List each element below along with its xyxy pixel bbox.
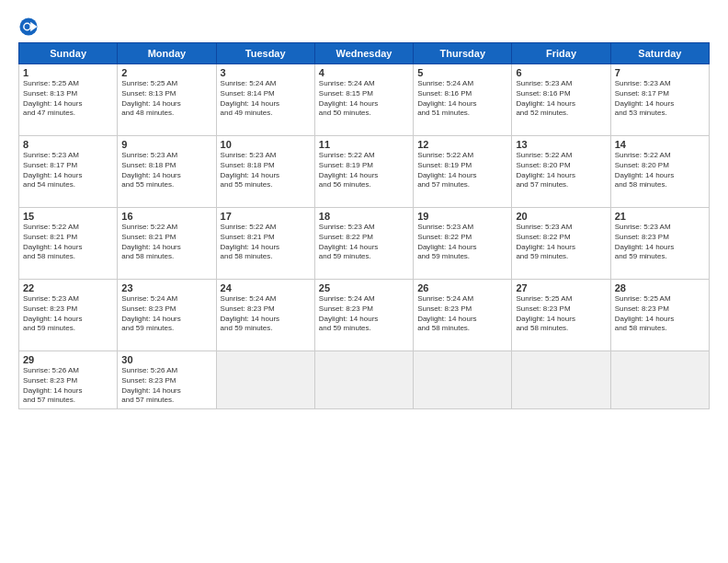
day-info: Sunrise: 5:26 AM Sunset: 8:23 PM Dayligh…: [121, 366, 211, 406]
day-number: 24: [221, 282, 311, 293]
day-number: 16: [121, 211, 211, 222]
calendar-cell: 9Sunrise: 5:23 AM Sunset: 8:18 PM Daylig…: [118, 136, 216, 208]
day-info: Sunrise: 5:26 AM Sunset: 8:23 PM Dayligh…: [23, 366, 113, 406]
day-info: Sunrise: 5:23 AM Sunset: 8:22 PM Dayligh…: [417, 223, 507, 262]
day-info: Sunrise: 5:22 AM Sunset: 8:20 PM Dayligh…: [516, 151, 606, 190]
calendar-week-3: 15Sunrise: 5:22 AM Sunset: 8:21 PM Dayli…: [19, 208, 710, 280]
day-number: 3: [221, 67, 311, 78]
day-number: 13: [516, 139, 606, 150]
day-number: 29: [23, 354, 113, 365]
weekday-tuesday: Tuesday: [216, 43, 314, 64]
day-number: 5: [417, 67, 507, 78]
day-number: 25: [319, 282, 409, 293]
day-info: Sunrise: 5:25 AM Sunset: 8:23 PM Dayligh…: [516, 294, 606, 334]
day-info: Sunrise: 5:23 AM Sunset: 8:23 PM Dayligh…: [615, 223, 705, 262]
calendar-cell: 26Sunrise: 5:24 AM Sunset: 8:23 PM Dayli…: [414, 280, 512, 351]
calendar-cell: 1Sunrise: 5:25 AM Sunset: 8:13 PM Daylig…: [19, 64, 118, 136]
weekday-thursday: Thursday: [414, 43, 512, 64]
calendar-cell: 25Sunrise: 5:24 AM Sunset: 8:23 PM Dayli…: [314, 280, 413, 351]
day-info: Sunrise: 5:23 AM Sunset: 8:18 PM Dayligh…: [221, 151, 311, 190]
day-number: 6: [516, 67, 606, 78]
calendar-week-5: 29Sunrise: 5:26 AM Sunset: 8:23 PM Dayli…: [19, 351, 710, 409]
calendar-cell: 11Sunrise: 5:22 AM Sunset: 8:19 PM Dayli…: [314, 136, 413, 208]
calendar-cell: 4Sunrise: 5:24 AM Sunset: 8:15 PM Daylig…: [314, 64, 413, 136]
day-info: Sunrise: 5:25 AM Sunset: 8:13 PM Dayligh…: [121, 79, 211, 119]
calendar-cell: 30Sunrise: 5:26 AM Sunset: 8:23 PM Dayli…: [118, 351, 216, 409]
day-info: Sunrise: 5:23 AM Sunset: 8:22 PM Dayligh…: [516, 223, 606, 262]
calendar-cell: 14Sunrise: 5:22 AM Sunset: 8:20 PM Dayli…: [610, 136, 709, 208]
calendar-cell: [216, 351, 314, 409]
calendar-cell: 6Sunrise: 5:23 AM Sunset: 8:16 PM Daylig…: [512, 64, 610, 136]
calendar-week-4: 22Sunrise: 5:23 AM Sunset: 8:23 PM Dayli…: [19, 280, 710, 351]
calendar-cell: 22Sunrise: 5:23 AM Sunset: 8:23 PM Dayli…: [19, 280, 118, 351]
day-info: Sunrise: 5:24 AM Sunset: 8:23 PM Dayligh…: [121, 294, 211, 334]
day-number: 26: [417, 282, 507, 293]
logo: [18, 17, 42, 37]
day-number: 10: [221, 139, 311, 150]
weekday-wednesday: Wednesday: [314, 43, 413, 64]
day-info: Sunrise: 5:23 AM Sunset: 8:17 PM Dayligh…: [23, 151, 113, 190]
calendar-cell: 24Sunrise: 5:24 AM Sunset: 8:23 PM Dayli…: [216, 280, 314, 351]
day-info: Sunrise: 5:23 AM Sunset: 8:17 PM Dayligh…: [615, 79, 705, 119]
calendar-cell: 10Sunrise: 5:23 AM Sunset: 8:18 PM Dayli…: [216, 136, 314, 208]
svg-point-3: [25, 24, 30, 29]
calendar-week-1: 1Sunrise: 5:25 AM Sunset: 8:13 PM Daylig…: [19, 64, 710, 136]
day-info: Sunrise: 5:25 AM Sunset: 8:23 PM Dayligh…: [615, 294, 705, 334]
weekday-header-row: SundayMondayTuesdayWednesdayThursdayFrid…: [19, 43, 710, 64]
logo-icon: [18, 17, 39, 37]
calendar-cell: 23Sunrise: 5:24 AM Sunset: 8:23 PM Dayli…: [118, 280, 216, 351]
day-info: Sunrise: 5:23 AM Sunset: 8:18 PM Dayligh…: [121, 151, 211, 190]
day-info: Sunrise: 5:25 AM Sunset: 8:13 PM Dayligh…: [23, 79, 113, 119]
calendar-page: SundayMondayTuesdayWednesdayThursdayFrid…: [0, 0, 728, 563]
day-number: 27: [516, 282, 606, 293]
weekday-sunday: Sunday: [19, 43, 118, 64]
day-number: 12: [417, 139, 507, 150]
day-number: 28: [615, 282, 705, 293]
day-info: Sunrise: 5:22 AM Sunset: 8:19 PM Dayligh…: [319, 151, 409, 190]
day-number: 9: [121, 139, 211, 150]
weekday-friday: Friday: [512, 43, 610, 64]
header: [18, 17, 710, 37]
calendar-cell: 18Sunrise: 5:23 AM Sunset: 8:22 PM Dayli…: [314, 208, 413, 280]
day-number: 4: [319, 67, 409, 78]
calendar-cell: [512, 351, 610, 409]
calendar-cell: 28Sunrise: 5:25 AM Sunset: 8:23 PM Dayli…: [610, 280, 709, 351]
day-number: 23: [121, 282, 211, 293]
day-info: Sunrise: 5:23 AM Sunset: 8:23 PM Dayligh…: [23, 294, 113, 334]
calendar-cell: 8Sunrise: 5:23 AM Sunset: 8:17 PM Daylig…: [19, 136, 118, 208]
day-number: 11: [319, 139, 409, 150]
day-info: Sunrise: 5:24 AM Sunset: 8:14 PM Dayligh…: [221, 79, 311, 119]
day-number: 17: [221, 211, 311, 222]
calendar-cell: [414, 351, 512, 409]
calendar-cell: 21Sunrise: 5:23 AM Sunset: 8:23 PM Dayli…: [610, 208, 709, 280]
calendar-week-2: 8Sunrise: 5:23 AM Sunset: 8:17 PM Daylig…: [19, 136, 710, 208]
calendar-cell: 29Sunrise: 5:26 AM Sunset: 8:23 PM Dayli…: [19, 351, 118, 409]
day-number: 20: [516, 211, 606, 222]
day-number: 7: [615, 67, 705, 78]
weekday-saturday: Saturday: [610, 43, 709, 64]
calendar-cell: 13Sunrise: 5:22 AM Sunset: 8:20 PM Dayli…: [512, 136, 610, 208]
day-info: Sunrise: 5:23 AM Sunset: 8:22 PM Dayligh…: [319, 223, 409, 262]
day-info: Sunrise: 5:24 AM Sunset: 8:15 PM Dayligh…: [319, 79, 409, 119]
calendar-cell: 20Sunrise: 5:23 AM Sunset: 8:22 PM Dayli…: [512, 208, 610, 280]
calendar-cell: [610, 351, 709, 409]
day-info: Sunrise: 5:24 AM Sunset: 8:23 PM Dayligh…: [221, 294, 311, 334]
day-info: Sunrise: 5:24 AM Sunset: 8:23 PM Dayligh…: [417, 294, 507, 334]
day-info: Sunrise: 5:24 AM Sunset: 8:16 PM Dayligh…: [417, 79, 507, 119]
calendar-cell: 27Sunrise: 5:25 AM Sunset: 8:23 PM Dayli…: [512, 280, 610, 351]
day-number: 15: [23, 211, 113, 222]
calendar-cell: 17Sunrise: 5:22 AM Sunset: 8:21 PM Dayli…: [216, 208, 314, 280]
calendar-cell: [314, 351, 413, 409]
day-number: 22: [23, 282, 113, 293]
day-info: Sunrise: 5:23 AM Sunset: 8:16 PM Dayligh…: [516, 79, 606, 119]
day-number: 14: [615, 139, 705, 150]
day-info: Sunrise: 5:24 AM Sunset: 8:23 PM Dayligh…: [319, 294, 409, 334]
day-info: Sunrise: 5:22 AM Sunset: 8:21 PM Dayligh…: [23, 223, 113, 262]
day-number: 2: [121, 67, 211, 78]
calendar-cell: 5Sunrise: 5:24 AM Sunset: 8:16 PM Daylig…: [414, 64, 512, 136]
calendar-cell: 12Sunrise: 5:22 AM Sunset: 8:19 PM Dayli…: [414, 136, 512, 208]
day-number: 19: [417, 211, 507, 222]
calendar-cell: 15Sunrise: 5:22 AM Sunset: 8:21 PM Dayli…: [19, 208, 118, 280]
calendar-cell: 3Sunrise: 5:24 AM Sunset: 8:14 PM Daylig…: [216, 64, 314, 136]
day-number: 21: [615, 211, 705, 222]
